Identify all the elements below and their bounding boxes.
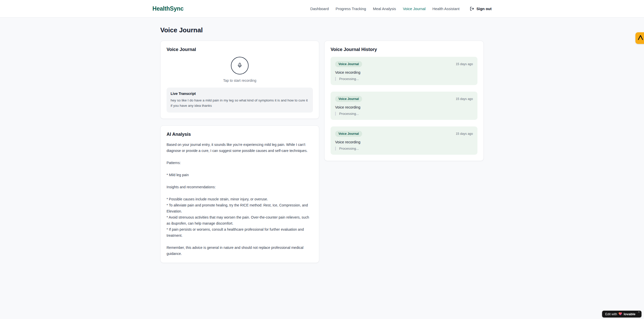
edit-with-lovable-badge[interactable]: Edit with lovable × <box>602 311 641 317</box>
entry-description: Voice recording <box>335 70 473 74</box>
top-nav: HealthSync Dashboard Progress Tracking M… <box>0 0 644 18</box>
history-card-title: Voice Journal History <box>331 47 477 52</box>
edit-badge-prefix: Edit with <box>605 312 617 316</box>
entry-timestamp: 15 days ago <box>456 132 473 136</box>
entry-status: Processing... <box>335 147 473 150</box>
ai-analysis-card: AI Analysis Based on your journal entry,… <box>160 125 319 263</box>
close-icon[interactable]: × <box>638 311 640 313</box>
main-content: Voice Journal Voice Journal Tap to start… <box>160 18 484 263</box>
live-transcript-title: Live Transcript <box>171 92 309 96</box>
brand-monogram-icon <box>637 34 644 42</box>
page-title: Voice Journal <box>160 26 484 34</box>
live-transcript-box: Live Transcript hey so like I do have a … <box>167 88 313 113</box>
nav-progress-tracking[interactable]: Progress Tracking <box>336 7 366 11</box>
history-entry[interactable]: Voice Journal 15 days ago Voice recordin… <box>331 57 477 85</box>
entry-type-badge: Voice Journal <box>335 96 362 102</box>
ai-analysis-body: Based on your journal entry, it sounds l… <box>167 142 313 257</box>
right-column: Voice Journal History Voice Journal 15 d… <box>324 41 484 161</box>
history-entry[interactable]: Voice Journal 15 days ago Voice recordin… <box>331 92 477 120</box>
record-button[interactable] <box>231 57 249 74</box>
entry-status: Processing... <box>335 77 473 81</box>
voice-recorder-card: Voice Journal Tap to start recording Liv… <box>160 41 319 119</box>
history-entry[interactable]: Voice Journal 15 days ago Voice recordin… <box>331 126 477 155</box>
recorder-card-title: Voice Journal <box>167 47 313 52</box>
nav-dashboard[interactable]: Dashboard <box>310 7 329 11</box>
overlay-side-badge[interactable] <box>635 32 644 44</box>
history-card: Voice Journal History Voice Journal 15 d… <box>324 41 484 161</box>
tap-to-record-hint: Tap to start recording <box>167 78 313 83</box>
logout-icon <box>470 7 474 11</box>
entry-status: Processing... <box>335 112 473 116</box>
app-logo[interactable]: HealthSync <box>152 5 183 12</box>
entry-timestamp: 15 days ago <box>456 62 473 66</box>
sign-out-button[interactable]: Sign out <box>470 7 492 11</box>
main-nav: Dashboard Progress Tracking Meal Analysi… <box>310 7 492 11</box>
entry-description: Voice recording <box>335 140 473 144</box>
entry-type-badge: Voice Journal <box>335 131 362 137</box>
nav-health-assistant[interactable]: Health Assistant <box>432 7 460 11</box>
nav-voice-journal[interactable]: Voice Journal <box>403 7 425 11</box>
nav-meal-analysis[interactable]: Meal Analysis <box>373 7 396 11</box>
left-column: Voice Journal Tap to start recording Liv… <box>160 41 319 263</box>
sign-out-label: Sign out <box>476 7 492 11</box>
entry-type-badge: Voice Journal <box>335 61 362 67</box>
heart-icon <box>619 312 622 316</box>
edit-badge-brand: lovable <box>624 312 635 316</box>
ai-analysis-title: AI Analysis <box>167 132 313 137</box>
microphone-icon <box>237 63 243 69</box>
entry-description: Voice recording <box>335 105 473 109</box>
entry-timestamp: 15 days ago <box>456 97 473 101</box>
live-transcript-text: hey so like I do have a mild pain in my … <box>171 98 309 109</box>
